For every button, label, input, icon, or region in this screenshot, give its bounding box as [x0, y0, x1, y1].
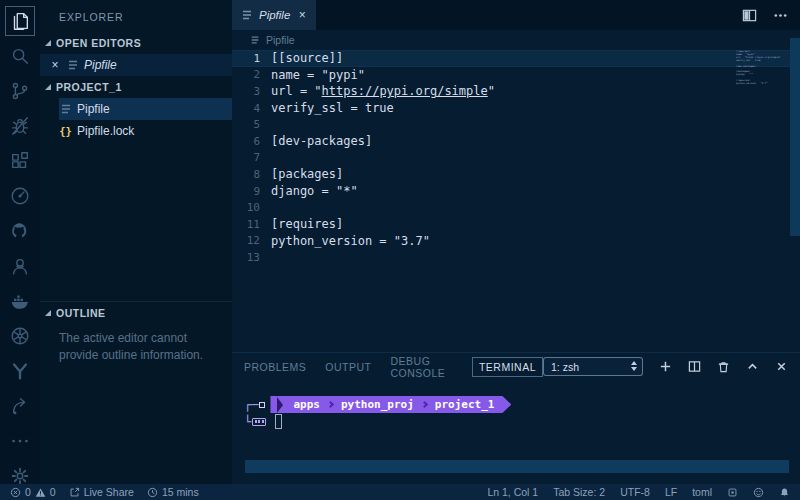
activity-gauge-icon[interactable]: [5, 178, 35, 213]
code-line-10[interactable]: 10: [232, 199, 800, 216]
close-panel-icon[interactable]: [775, 360, 788, 373]
outline-header[interactable]: OUTLINE: [40, 302, 232, 324]
more-actions-icon[interactable]: [773, 8, 788, 23]
live-share-icon: [69, 487, 80, 498]
split-editor-icon[interactable]: [742, 8, 757, 23]
line-number: 2: [232, 68, 260, 81]
open-editors-header[interactable]: OPEN EDITORS: [40, 32, 232, 54]
notifications-status[interactable]: [779, 487, 790, 498]
prompt-square-icon: [259, 402, 265, 408]
open-editor-item[interactable]: ×Pipfile: [40, 54, 232, 76]
split-terminal-icon[interactable]: [688, 360, 701, 373]
code-line-7[interactable]: 7: [232, 150, 800, 167]
path-segment: apps: [293, 398, 320, 411]
activity-contacts-icon[interactable]: [5, 248, 35, 283]
clock-icon: [147, 487, 158, 498]
extension-status[interactable]: [727, 487, 738, 498]
code-text: [packages]: [260, 167, 343, 181]
maximize-panel-icon[interactable]: [746, 360, 759, 373]
bottom-panel: PROBLEMSOUTPUTDEBUG CONSOLETERMINAL 1: z…: [232, 352, 800, 484]
encoding-status[interactable]: UTF-8: [620, 486, 650, 498]
line-number: 3: [232, 85, 260, 98]
extensions-icon: [5, 146, 35, 176]
breadcrumb[interactable]: Pipfile: [232, 30, 800, 49]
prompt-decoration: └: [244, 415, 251, 429]
path-segment: project_1: [435, 398, 495, 411]
line-number: 7: [232, 151, 260, 164]
problems-status[interactable]: 0 0: [10, 486, 56, 498]
terminal-cursor: [275, 414, 282, 429]
kubernetes-icon: [5, 321, 35, 351]
code-line-12[interactable]: 12python_version = "3.7": [232, 233, 800, 250]
timer-status[interactable]: 15 mins: [147, 486, 199, 498]
file-item-pipfile[interactable]: Pipfile: [59, 98, 232, 120]
github-icon: [5, 216, 35, 246]
activity-github-icon[interactable]: [5, 213, 35, 248]
code-line-9[interactable]: 9django = "*": [232, 183, 800, 200]
file-item-pipfile-lock[interactable]: {}Pipfile.lock: [59, 120, 232, 142]
code-line-2[interactable]: 2name = "pypi": [232, 67, 800, 84]
activity-pipelines-icon[interactable]: [5, 353, 35, 388]
panel-tab-output[interactable]: OUTPUT: [325, 358, 371, 376]
language-mode-status[interactable]: toml: [692, 486, 712, 498]
terminal-scrollbar[interactable]: [245, 460, 789, 473]
code-editor[interactable]: 1[[source]]2name = "pypi"3url = "https:/…: [232, 49, 800, 352]
square-badge-icon: [727, 487, 738, 498]
code-line-11[interactable]: 11[requires]: [232, 216, 800, 233]
project-folder-header[interactable]: PROJECT_1: [40, 76, 232, 98]
code-link[interactable]: https://pypi.org/simple: [322, 84, 488, 98]
code-line-1[interactable]: 1[[source]]: [232, 50, 800, 67]
panel-tab-debug-console[interactable]: DEBUG CONSOLE: [391, 352, 453, 382]
terminal-shell-select[interactable]: 1: zsh: [543, 357, 643, 376]
code-line-5[interactable]: 5: [232, 116, 800, 133]
path-segment: python_proj: [341, 398, 414, 411]
kill-terminal-icon[interactable]: [717, 360, 730, 373]
tab-size-status[interactable]: Tab Size: 2: [553, 486, 605, 498]
tab-close-icon[interactable]: ×: [296, 8, 308, 22]
code-line-6[interactable]: 6[dev-packages]: [232, 133, 800, 150]
file-lines-icon: [248, 33, 261, 46]
activity-source-control-icon[interactable]: [5, 73, 35, 108]
close-editor-icon[interactable]: ×: [49, 58, 61, 72]
live-share-status[interactable]: Live Share: [69, 486, 134, 498]
activity-search-icon[interactable]: [5, 38, 35, 73]
activity-explorer-icon[interactable]: [5, 3, 35, 38]
feedback-status[interactable]: [753, 487, 764, 498]
activity-share-arrow-icon[interactable]: [5, 388, 35, 423]
sidebar-spacer: [40, 142, 232, 301]
tab-label: Pipfile: [259, 9, 290, 21]
file-label: Pipfile: [77, 102, 110, 116]
editor-scrollbar[interactable]: [790, 38, 800, 236]
explorer-icon: [5, 6, 35, 36]
panel-tab-problems[interactable]: PROBLEMS: [244, 358, 306, 376]
panel-tabs: PROBLEMSOUTPUTDEBUG CONSOLETERMINAL: [244, 352, 543, 382]
editor-actions: [742, 0, 788, 30]
code-text: python_version = "3.7": [260, 234, 430, 248]
line-number: 1: [232, 52, 260, 65]
cursor-position-status[interactable]: Ln 1, Col 1: [487, 486, 538, 498]
activity-docker-icon[interactable]: [5, 283, 35, 318]
terminal[interactable]: ┌─ appspython_projproject_1 └: [232, 380, 800, 484]
code-line-8[interactable]: 8[packages]: [232, 166, 800, 183]
prompt-chip-icon: [252, 418, 266, 426]
main-area: EXPLORER OPEN EDITORS ×Pipfile PROJECT_1…: [0, 0, 800, 484]
activity-bar: [0, 0, 40, 484]
line-number: 9: [232, 185, 260, 198]
search-icon: [5, 41, 35, 71]
more-icon: [5, 426, 35, 456]
new-terminal-icon[interactable]: [659, 360, 672, 373]
code-line-4[interactable]: 4verify_ssl = true: [232, 100, 800, 117]
line-number: 13: [232, 251, 260, 264]
code-line-3[interactable]: 3url = "https://pypi.org/simple": [232, 83, 800, 100]
code-line-13[interactable]: 13: [232, 249, 800, 266]
line-number: 8: [232, 168, 260, 181]
activity-kubernetes-icon[interactable]: [5, 318, 35, 353]
panel-tab-terminal[interactable]: TERMINAL: [472, 357, 543, 377]
activity-debug-icon[interactable]: [5, 108, 35, 143]
tab-pipfile[interactable]: Pipfile ×: [232, 0, 316, 30]
activity-more-icon[interactable]: [5, 423, 35, 458]
line-number: 4: [232, 102, 260, 115]
activity-extensions-icon[interactable]: [5, 143, 35, 178]
eol-status[interactable]: LF: [665, 486, 677, 498]
prompt-decoration: ┌─: [244, 398, 258, 412]
